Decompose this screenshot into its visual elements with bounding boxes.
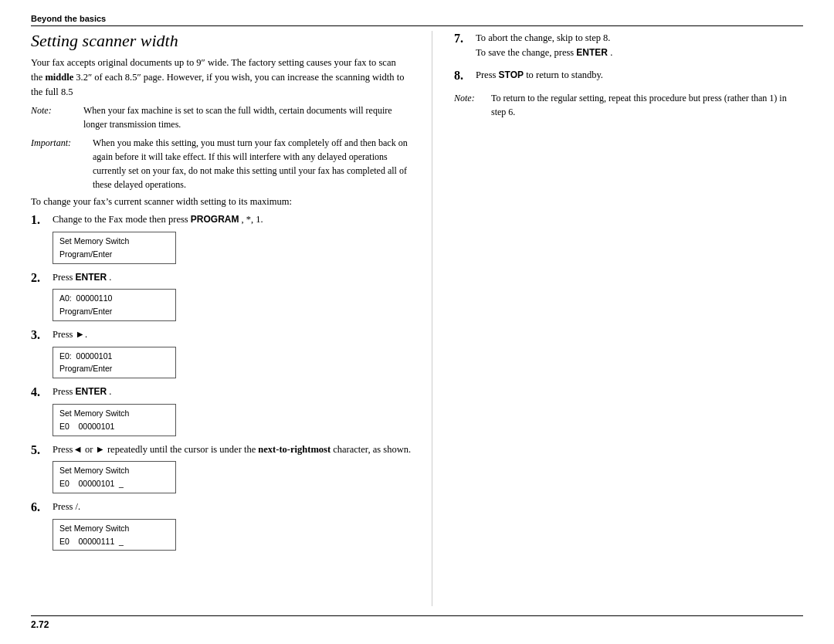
intro-paragraph: Your fax accepts original documents up t… [31, 56, 413, 99]
step-6-num: 6. [31, 500, 49, 516]
step-1: 1. Change to the Fax mode then press PRO… [31, 212, 413, 263]
right-steps-list: 7. To abort the change, skip to step 8. … [454, 31, 803, 83]
step-5-content: Press◄ or ► repeatedly until the cursor … [53, 442, 413, 493]
step-6: 6. Press /. Set Memory Switch E0 0000011… [31, 500, 413, 551]
step-3-num: 3. [31, 327, 49, 344]
step-5-lcd-line2: E0 00000101 _ [59, 477, 169, 490]
content-area: Setting scanner width Your fax accepts o… [31, 31, 803, 606]
step-1-lcd-line2: Program/Enter [59, 248, 169, 261]
step-3-lcd: E0: 00000101 Program/Enter [53, 347, 176, 379]
left-column: Setting scanner width Your fax accepts o… [31, 31, 432, 606]
important-label: Important: [31, 136, 93, 192]
right-step-7-num: 7. [454, 31, 473, 47]
right-column: 7. To abort the change, skip to step 8. … [432, 31, 803, 606]
note-block: Note: When your fax machine is set to sc… [31, 103, 413, 131]
step-2-num: 2. [31, 270, 49, 286]
step-2-lcd-line2: Program/Enter [59, 305, 169, 318]
right-note-text: To return to the regular setting, repeat… [491, 91, 803, 119]
right-step-8-num: 8. [454, 68, 473, 84]
step-1-num: 1. [31, 212, 49, 229]
page: Beyond the basics Setting scanner width … [0, 0, 834, 644]
important-block: Important: When you make this setting, y… [31, 136, 413, 192]
step-5-text: Press◄ or ► repeatedly until the cursor … [53, 442, 413, 457]
footer: 2.72 [31, 615, 803, 630]
step-4-num: 4. [31, 385, 49, 401]
step-3-text: Press ►. [53, 327, 413, 342]
step-5-num: 5. [31, 442, 49, 459]
step-2-lcd: A0: 00000110 Program/Enter [53, 289, 176, 321]
page-number: 2.72 [31, 619, 49, 630]
right-step-7-line1: To abort the change, skip to step 8. [476, 31, 803, 46]
intro-middle: middle [45, 72, 73, 83]
right-note-block: Note: To return to the regular setting, … [454, 91, 803, 119]
step-2-lcd-line1: A0: 00000110 [59, 292, 169, 305]
step-6-lcd-line2: E0 00000111 _ [59, 535, 169, 548]
right-step-7: 7. To abort the change, skip to step 8. … [454, 31, 803, 60]
step-3-lcd-line1: E0: 00000101 [59, 350, 169, 363]
step-4-content: Press ENTER . Set Memory Switch E0 00000… [53, 385, 413, 436]
step-3: 3. Press ►. E0: 00000101 Program/Enter [31, 327, 413, 378]
step-1-text: Change to the Fax mode then press PROGRA… [53, 212, 413, 227]
step-5: 5. Press◄ or ► repeatedly until the curs… [31, 442, 413, 493]
step-1-lcd-line1: Set Memory Switch [59, 235, 169, 248]
right-note-label: Note: [454, 91, 491, 119]
step-6-text: Press /. [53, 500, 413, 514]
step-intro: To change your fax’s current scanner wid… [31, 196, 413, 208]
step-4-text: Press ENTER . [53, 385, 413, 399]
step-1-lcd: Set Memory Switch Program/Enter [53, 232, 176, 264]
section-header: Beyond the basics [31, 14, 803, 26]
step-5-lcd-line1: Set Memory Switch [59, 464, 169, 477]
step-6-lcd-line1: Set Memory Switch [59, 522, 169, 535]
section-title: Setting scanner width [31, 31, 413, 51]
step-2: 2. Press ENTER . A0: 00000110 Program/En… [31, 270, 413, 321]
right-step-8: 8. Press STOP to return to standby. [454, 68, 803, 84]
step-3-content: Press ►. E0: 00000101 Program/Enter [53, 327, 413, 378]
step-4-lcd: Set Memory Switch E0 00000101 [53, 404, 176, 436]
key-enter-4: ENTER [76, 386, 107, 397]
right-step-7-content: To abort the change, skip to step 8. To … [476, 31, 803, 60]
step-4-lcd-line1: Set Memory Switch [59, 407, 169, 420]
step-4-lcd-line2: E0 00000101 [59, 420, 169, 433]
key-stop: STOP [499, 69, 524, 80]
step-1-content: Change to the Fax mode then press PROGRA… [53, 212, 413, 263]
key-enter-7: ENTER [576, 47, 608, 58]
important-text: When you make this setting, you must tur… [93, 136, 413, 192]
note-label: Note: [31, 103, 83, 131]
step-5-lcd: Set Memory Switch E0 00000101 _ [53, 461, 176, 493]
key-program: PROGRAM [191, 214, 239, 225]
header-label: Beyond the basics [31, 14, 106, 23]
note-text: When your fax machine is set to scan the… [83, 103, 413, 131]
key-enter-2: ENTER [76, 272, 107, 283]
step-2-text: Press ENTER . [53, 270, 413, 285]
step-6-content: Press /. Set Memory Switch E0 00000111 _ [53, 500, 413, 551]
step-3-lcd-line2: Program/Enter [59, 362, 169, 375]
steps-list: 1. Change to the Fax mode then press PRO… [31, 212, 413, 551]
step-4: 4. Press ENTER . Set Memory Switch E0 00… [31, 385, 413, 436]
step-6-lcd: Set Memory Switch E0 00000111 _ [53, 519, 176, 551]
right-step-7-line2: To save the change, press ENTER . [476, 46, 803, 60]
right-step-8-content: Press STOP to return to standby. [476, 68, 803, 83]
step-2-content: Press ENTER . A0: 00000110 Program/Enter [53, 270, 413, 321]
next-to-rightmost: next-to-rightmost [258, 444, 331, 455]
